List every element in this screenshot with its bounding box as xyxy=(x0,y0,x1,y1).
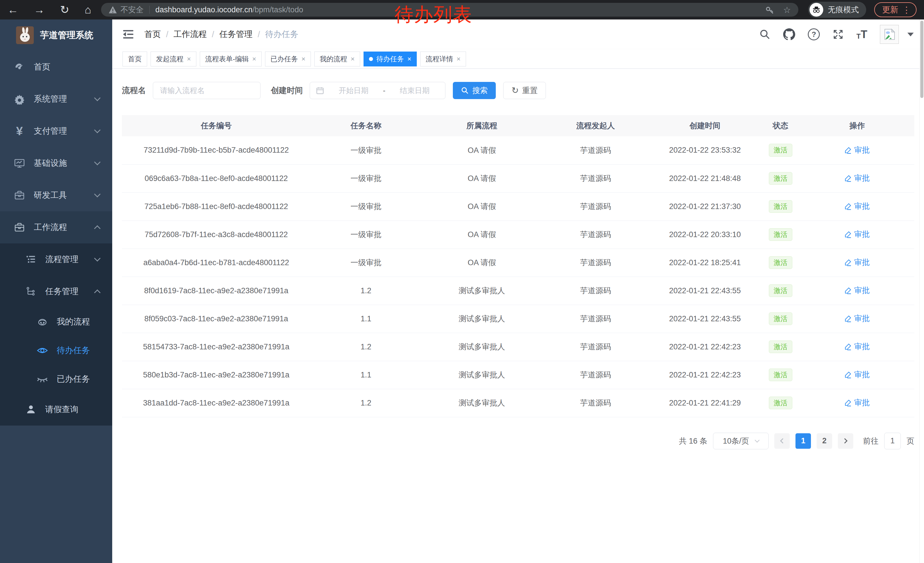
sidebar-item-todo-tasks[interactable]: 待办任务 xyxy=(0,336,112,365)
page-button-2[interactable]: 2 xyxy=(817,433,832,449)
sidebar-item-workflow[interactable]: 工作流程 xyxy=(0,211,112,243)
briefcase-icon xyxy=(13,222,26,233)
sidebar-item-task-mgmt[interactable]: 任务管理 xyxy=(0,275,112,308)
close-icon[interactable]: × xyxy=(351,55,355,63)
tab-home[interactable]: 首页 xyxy=(123,51,147,66)
breadcrumb-separator: / xyxy=(212,30,214,39)
table-row: 580e1b3d-7ac8-11ec-a9e2-a2380e71991a 1.1… xyxy=(122,361,914,389)
sidebar-item-payment[interactable]: ¥ 支付管理 xyxy=(0,115,112,147)
org-tree-icon xyxy=(25,286,37,297)
sidebar-item-system[interactable]: 系统管理 xyxy=(0,83,112,115)
edit-pencil-icon xyxy=(844,371,852,378)
cell-task-name: 1.2 xyxy=(310,333,422,361)
approve-link[interactable]: 审批 xyxy=(844,229,870,239)
help-icon[interactable]: ? xyxy=(808,29,820,41)
approve-link[interactable]: 审批 xyxy=(844,369,870,380)
cell-create-time: 2022-01-22 23:53:32 xyxy=(649,136,761,164)
approve-link[interactable]: 审批 xyxy=(844,145,870,155)
cell-process: 测试多审批人 xyxy=(422,333,542,361)
search-button[interactable]: 搜索 xyxy=(453,82,496,99)
breadcrumb-separator: / xyxy=(258,30,260,39)
browser-back-icon[interactable]: ← xyxy=(8,4,18,15)
approve-link[interactable]: 审批 xyxy=(844,257,870,267)
tab-label: 流程表单-编辑 xyxy=(205,54,249,63)
sidebar-item-label: 我的流程 xyxy=(57,316,90,327)
close-icon[interactable]: × xyxy=(187,55,191,63)
sidebar-item-label: 待办任务 xyxy=(57,345,90,356)
fullscreen-icon[interactable] xyxy=(832,29,844,40)
cell-starter: 芋道源码 xyxy=(542,249,649,277)
sidebar-item-leave-query[interactable]: 请假查询 xyxy=(0,393,112,426)
close-icon[interactable]: × xyxy=(456,55,460,63)
eye-icon xyxy=(36,344,49,357)
approve-link[interactable]: 审批 xyxy=(844,313,870,324)
approve-link[interactable]: 审批 xyxy=(844,173,870,183)
cell-process: 测试多审批人 xyxy=(422,277,542,305)
sidebar-item-label: 任务管理 xyxy=(45,286,78,297)
tab-process-detail[interactable]: 流程详情 × xyxy=(420,51,466,66)
tab-my-process[interactable]: 我的流程 × xyxy=(314,51,360,66)
browser-forward-icon[interactable]: → xyxy=(34,4,45,15)
tab-done-tasks[interactable]: 已办任务 × xyxy=(265,51,311,66)
tab-form-edit[interactable]: 流程表单-编辑 × xyxy=(200,51,262,66)
date-range-input[interactable]: 开始日期 - 结束日期 xyxy=(310,82,446,99)
approve-link-label: 审批 xyxy=(854,229,870,239)
cell-create-time: 2022-01-22 18:25:41 xyxy=(649,249,761,277)
search-form: 流程名 请输入流程名 创建时间 开始日期 - 结束日期 xyxy=(122,82,914,99)
sidebar: 芋道管理系统 首页 系统管理 ¥ 支付管理 xyxy=(0,20,112,563)
sidebar-item-infra[interactable]: 基础设施 xyxy=(0,147,112,179)
sidebar-item-devtools[interactable]: 研发工具 xyxy=(0,179,112,211)
avatar-caret-icon[interactable] xyxy=(908,33,914,36)
browser-reload-icon[interactable]: ↻ xyxy=(60,4,69,15)
sidebar-item-done-tasks[interactable]: 已办任务 xyxy=(0,365,112,393)
approve-link-label: 审批 xyxy=(854,285,870,296)
cell-starter: 芋道源码 xyxy=(542,164,649,192)
sidebar-item-home[interactable]: 首页 xyxy=(0,51,112,83)
approve-link-label: 审批 xyxy=(854,257,870,267)
cell-task-name: 1.2 xyxy=(310,389,422,417)
sidebar-item-process-mgmt[interactable]: 流程管理 xyxy=(0,243,112,275)
cell-task-id: 069c6a63-7b8a-11ec-8ef0-acde48001122 xyxy=(122,164,310,192)
reset-button[interactable]: ↻ 重置 xyxy=(503,82,546,99)
page-button-1[interactable]: 1 xyxy=(795,433,811,449)
cell-task-id: 73211d9d-7b9b-11ec-b5b7-acde48001122 xyxy=(122,136,310,164)
header-search-icon[interactable] xyxy=(759,29,771,40)
process-name-input[interactable]: 请输入流程名 xyxy=(153,82,261,99)
tab-todo-tasks[interactable]: 待办任务 × xyxy=(363,51,417,66)
sidebar-fold-icon[interactable] xyxy=(123,29,134,39)
calendar-icon xyxy=(316,86,324,95)
page-unit-label: 页 xyxy=(906,436,914,446)
browser-home-icon[interactable]: ⌂ xyxy=(85,4,91,15)
breadcrumb-workflow[interactable]: 工作流程 xyxy=(174,29,207,40)
scrollbar[interactable] xyxy=(920,20,924,563)
approve-link[interactable]: 审批 xyxy=(844,285,870,296)
robot-face-icon xyxy=(36,316,49,327)
red-annotation-text: 待办列表 xyxy=(394,2,472,27)
breadcrumb-home[interactable]: 首页 xyxy=(144,29,161,40)
avatar[interactable] xyxy=(880,25,899,44)
breadcrumb-task-mgmt[interactable]: 任务管理 xyxy=(219,29,252,40)
app-logo[interactable]: 芋道管理系统 xyxy=(0,20,112,51)
goto-page-input[interactable]: 1 xyxy=(884,433,901,449)
approve-link[interactable]: 审批 xyxy=(844,341,870,352)
sidebar-item-label: 流程管理 xyxy=(45,254,78,265)
cell-task-name: 1.1 xyxy=(310,305,422,333)
font-size-icon[interactable]: TT xyxy=(856,29,867,40)
cell-task-name: 一级审批 xyxy=(310,249,422,277)
close-icon[interactable]: × xyxy=(302,55,305,63)
github-icon[interactable] xyxy=(783,29,795,41)
browser-menu-icon[interactable]: ⋮ xyxy=(902,5,911,15)
next-page-button[interactable] xyxy=(838,433,853,449)
prev-page-button[interactable] xyxy=(774,433,790,449)
scrollbar-thumb[interactable] xyxy=(920,21,923,98)
key-icon[interactable] xyxy=(765,5,775,15)
browser-update-button[interactable]: 更新 ⋮ xyxy=(874,2,916,17)
page-size-select[interactable]: 10条/页 xyxy=(713,433,769,449)
close-icon[interactable]: × xyxy=(407,55,411,63)
approve-link[interactable]: 审批 xyxy=(844,201,870,211)
close-icon[interactable]: × xyxy=(252,55,256,63)
approve-link[interactable]: 审批 xyxy=(844,398,870,408)
sidebar-item-my-process[interactable]: 我的流程 xyxy=(0,308,112,336)
tab-start-process[interactable]: 发起流程 × xyxy=(151,51,196,66)
bookmark-star-icon[interactable]: ☆ xyxy=(783,5,791,15)
